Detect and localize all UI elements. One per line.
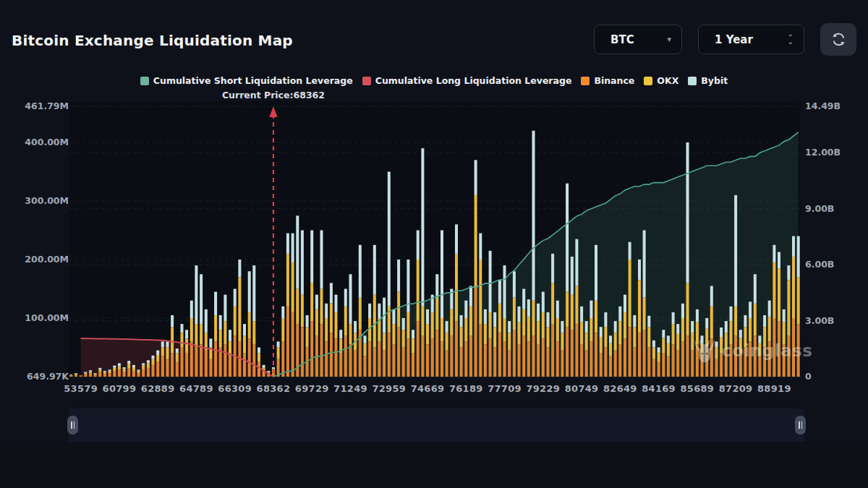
- bar-bybit: [397, 260, 400, 292]
- bar-okx: [301, 295, 304, 328]
- bar-okx: [292, 262, 294, 312]
- bar-binance: [176, 362, 179, 377]
- bar-bybit: [176, 348, 179, 354]
- bar-binance: [171, 354, 174, 377]
- bar-bybit: [590, 301, 592, 318]
- bar-binance: [330, 333, 333, 377]
- current-price-arrowhead: [269, 106, 277, 117]
- bar-binance: [518, 345, 521, 377]
- bar-binance: [152, 365, 155, 377]
- bar-okx: [464, 318, 467, 341]
- bar-binance: [109, 373, 111, 377]
- bar-bybit: [258, 348, 260, 354]
- navigator-right-handle[interactable]: [795, 416, 806, 435]
- bar-bybit: [132, 365, 135, 367]
- bar-okx: [200, 324, 203, 344]
- bar-bybit: [681, 304, 684, 318]
- bar-binance: [629, 327, 631, 377]
- bar-okx: [441, 318, 443, 341]
- bar-binance: [624, 338, 626, 377]
- bar-okx: [503, 318, 506, 341]
- liquidation-map-page: { "header": { "title": "Bitcoin Exchange…: [0, 0, 868, 488]
- bar-bybit: [624, 295, 626, 312]
- range-navigator[interactable]: [69, 408, 804, 442]
- bar-okx: [364, 343, 367, 356]
- bar-okx: [80, 375, 82, 376]
- bar-bybit: [248, 271, 251, 312]
- bar-binance: [378, 341, 380, 377]
- bar-binance: [286, 307, 289, 377]
- bar-bybit: [701, 335, 704, 343]
- bar-bybit: [489, 251, 492, 312]
- bar-binance: [647, 348, 650, 377]
- bar-bybit: [537, 304, 540, 321]
- bar-okx: [710, 307, 713, 339]
- bar-bybit: [493, 312, 496, 327]
- bar-okx: [739, 338, 742, 354]
- bar-binance: [229, 356, 231, 377]
- bar-okx: [489, 312, 492, 338]
- bar-bybit: [658, 348, 660, 353]
- bar-binance: [127, 369, 130, 377]
- bar-bybit: [758, 335, 761, 343]
- bar-binance: [633, 348, 636, 377]
- bar-okx: [484, 324, 487, 344]
- y-axis-left-tick: 300.00M: [7, 195, 69, 207]
- bar-binance: [479, 324, 482, 377]
- bar-binance: [498, 333, 501, 377]
- bar-okx: [359, 298, 362, 330]
- bar-okx: [571, 295, 574, 330]
- bar-okx: [185, 338, 188, 353]
- bar-binance: [571, 330, 574, 377]
- bar-bybit: [75, 373, 77, 374]
- bar-okx: [537, 321, 540, 344]
- bar-bybit: [190, 301, 193, 318]
- bar-binance: [469, 335, 472, 377]
- bar-bybit: [527, 299, 530, 317]
- bar-okx: [696, 322, 699, 345]
- bar-bybit: [296, 215, 299, 288]
- bar-binance: [407, 338, 409, 377]
- bar-bybit: [638, 260, 641, 280]
- bar-bybit: [484, 309, 487, 324]
- bar-bybit: [277, 341, 280, 347]
- bar-binance: [705, 348, 708, 377]
- y-axis-right-tick: 3.00B: [805, 315, 863, 327]
- bar-okx: [667, 343, 670, 356]
- bar-binance: [551, 324, 554, 377]
- bar-binance: [98, 372, 101, 377]
- bar-bybit: [446, 321, 448, 333]
- navigator-left-handle[interactable]: [67, 416, 78, 435]
- bar-okx: [147, 363, 150, 368]
- bar-binance: [435, 330, 438, 377]
- bar-bybit: [609, 335, 612, 343]
- bar-bybit: [200, 274, 203, 324]
- bar-binance: [181, 348, 184, 377]
- bar-bybit: [662, 330, 665, 338]
- bar-okx: [778, 268, 780, 321]
- bar-okx: [397, 292, 400, 328]
- bar-bybit: [778, 252, 780, 269]
- bar-okx: [161, 348, 164, 356]
- bar-binance: [575, 324, 578, 377]
- bar-bybit: [561, 321, 563, 333]
- bar-okx: [590, 318, 592, 341]
- bar-bybit: [667, 335, 670, 343]
- bar-bybit: [234, 289, 237, 307]
- bar-okx: [277, 348, 280, 359]
- bar-binance: [417, 321, 420, 377]
- bar-okx: [618, 321, 621, 344]
- bar-binance: [604, 348, 607, 377]
- bar-okx: [392, 324, 395, 344]
- bar-okx: [604, 327, 607, 347]
- bar-binance: [618, 345, 621, 377]
- bar-bybit: [421, 148, 424, 307]
- bar-bybit: [792, 236, 795, 257]
- bar-okx: [310, 283, 313, 321]
- bar-binance: [658, 362, 660, 377]
- bar-binance: [710, 338, 713, 377]
- bar-okx: [773, 262, 775, 318]
- bar-binance: [590, 341, 592, 377]
- bar-binance: [672, 345, 675, 377]
- bar-bybit: [84, 372, 87, 374]
